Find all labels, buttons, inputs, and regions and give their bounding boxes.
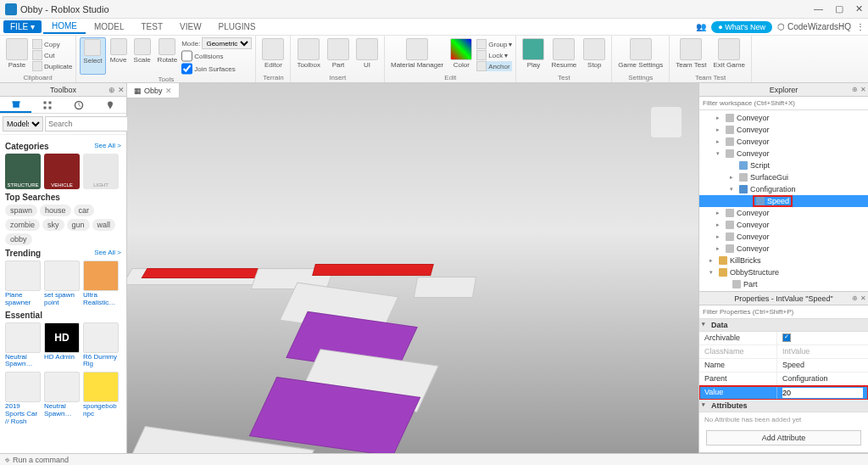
essential-card[interactable]: 2019 Sports Car // Rosh: [5, 372, 41, 425]
add-attribute-button[interactable]: Add Attribute: [706, 430, 861, 445]
toolbox-close[interactable]: ⊕ ✕: [108, 86, 125, 94]
prop-value[interactable]: Value: [699, 386, 868, 400]
terrain-editor[interactable]: Editor: [259, 37, 287, 73]
category-vehicle[interactable]: VEHICLE: [44, 154, 80, 189]
paste-button[interactable]: Paste: [3, 37, 31, 73]
tree-item-surfacegui[interactable]: ▸SurfaceGui: [699, 171, 868, 183]
tree-item[interactable]: ▸Conveyor: [699, 207, 868, 219]
ui-button[interactable]: UI: [353, 37, 381, 73]
stop-button[interactable]: Stop: [581, 37, 608, 73]
value-input[interactable]: [782, 388, 863, 398]
tree-item[interactable]: ▸Conveyor: [699, 219, 868, 231]
toolbox-tab-inventory[interactable]: [31, 97, 63, 113]
lock-button[interactable]: Lock ▾: [476, 50, 512, 60]
chip-obby[interactable]: obby: [5, 233, 32, 245]
scale-tool[interactable]: Scale: [131, 37, 153, 75]
tab-test[interactable]: TEST: [132, 20, 171, 33]
tab-model[interactable]: MODEL: [86, 20, 133, 33]
checkbox-icon[interactable]: [782, 333, 791, 342]
tree-item[interactable]: ▸Conveyor: [699, 243, 868, 255]
play-button[interactable]: Play: [520, 37, 547, 73]
essential-card[interactable]: Neutral Spawn…: [44, 372, 80, 425]
share-icon[interactable]: ⋮: [856, 22, 865, 31]
chip-car[interactable]: car: [74, 204, 95, 216]
close-button[interactable]: ✕: [855, 3, 863, 14]
viewport[interactable]: ▦Obby✕: [127, 83, 698, 453]
tab-close-icon[interactable]: ✕: [165, 87, 172, 95]
tree-item[interactable]: ▾Conveyor: [699, 148, 868, 160]
trending-seeall[interactable]: See All >: [94, 249, 121, 258]
join-check[interactable]: Join Surfaces: [181, 63, 252, 75]
rotate-tool[interactable]: Rotate: [155, 37, 181, 75]
tab-home[interactable]: HOME: [43, 20, 86, 34]
category-structure[interactable]: STRUCTURE: [5, 154, 41, 189]
file-menu[interactable]: FILE ▾: [3, 20, 42, 33]
tree-item-part[interactable]: Part: [699, 290, 868, 291]
exit-game[interactable]: Exit Game: [711, 37, 748, 73]
prop-section-attributes[interactable]: Attributes: [699, 400, 868, 412]
cut-button[interactable]: Cut: [32, 50, 72, 60]
tree-item-script[interactable]: Script: [699, 160, 868, 171]
material-manager[interactable]: Material Manager: [388, 37, 446, 73]
toolbox-category-select[interactable]: Models: [3, 116, 43, 132]
prop-name[interactable]: NameSpeed: [699, 359, 868, 373]
tree-item[interactable]: ▸Conveyor: [699, 136, 868, 148]
tree-item-speed[interactable]: Speed: [699, 195, 868, 207]
essential-card[interactable]: Neutral Spawn…: [5, 322, 41, 369]
tree-item[interactable]: ▸Conveyor: [699, 231, 868, 243]
group-button[interactable]: Group ▾: [476, 39, 512, 49]
properties-close[interactable]: ✕: [860, 294, 866, 302]
tree-item-killbricks[interactable]: ▸KillBricks: [699, 255, 868, 266]
explorer-close[interactable]: ✕: [860, 86, 866, 93]
chip-zombie[interactable]: zombie: [5, 219, 40, 231]
prop-section-data[interactable]: Data: [699, 319, 868, 332]
tab-view[interactable]: VIEW: [171, 20, 210, 33]
axis-gizmo[interactable]: [651, 107, 682, 137]
game-settings[interactable]: Game Settings: [615, 37, 665, 73]
duplicate-button[interactable]: Duplicate: [32, 61, 72, 71]
chip-sky[interactable]: sky: [42, 219, 64, 231]
prop-archivable[interactable]: Archivable: [699, 332, 868, 345]
toolbox-tab-marketplace[interactable]: [0, 97, 31, 113]
essential-card[interactable]: spongebob npc: [83, 372, 119, 425]
anchor-button[interactable]: Anchor: [476, 61, 512, 71]
tree-item[interactable]: ▸Conveyor: [699, 112, 868, 124]
chip-gun[interactable]: gun: [67, 219, 90, 231]
categories-seeall[interactable]: See All >: [94, 142, 121, 151]
essential-card[interactable]: R6 Dummy Rig: [83, 322, 119, 369]
properties-pin[interactable]: ⊕: [852, 294, 858, 302]
resume-button[interactable]: Resume: [548, 37, 579, 73]
user-menu[interactable]: ⬡CodeWizardsHQ: [777, 22, 851, 31]
trending-card[interactable]: set spawn point: [44, 261, 80, 307]
properties-filter[interactable]: [699, 305, 868, 318]
copy-button[interactable]: Copy: [32, 39, 72, 49]
tree-item-part[interactable]: Part: [699, 278, 868, 290]
prop-parent[interactable]: ParentConfiguration: [699, 373, 868, 386]
chip-spawn[interactable]: spawn: [5, 204, 37, 216]
trending-card[interactable]: Plane spawner: [5, 261, 41, 307]
tree-item-config[interactable]: ▾Configuration: [699, 183, 868, 195]
explorer-tree[interactable]: ▸Conveyor ▸Conveyor ▸Conveyor ▾Conveyor …: [699, 110, 868, 291]
toolbox-button[interactable]: Toolbox: [294, 37, 323, 73]
essential-card[interactable]: HDHD Admin: [44, 322, 80, 369]
whats-new-button[interactable]: ● What's New: [711, 21, 772, 33]
explorer-filter[interactable]: [699, 97, 868, 109]
tree-item-obbystruct[interactable]: ▾ObbyStructure: [699, 266, 868, 278]
collisions-check[interactable]: Collisions: [181, 50, 252, 62]
select-tool[interactable]: Select: [80, 37, 105, 75]
minimize-button[interactable]: —: [814, 3, 823, 14]
chip-wall[interactable]: wall: [92, 219, 116, 231]
move-tool[interactable]: Move: [108, 37, 130, 75]
category-light[interactable]: LIGHT: [83, 154, 119, 189]
trending-card[interactable]: Ultra Realistic…: [83, 261, 119, 307]
tab-plugins[interactable]: PLUGINS: [210, 20, 264, 33]
part-button[interactable]: Part: [325, 37, 352, 73]
team-test[interactable]: Team Test: [673, 37, 709, 73]
maximize-button[interactable]: ▢: [835, 3, 843, 14]
status-bar[interactable]: Run a command: [0, 453, 868, 465]
collab-icon[interactable]: 👥: [696, 22, 706, 31]
tree-item[interactable]: ▸Conveyor: [699, 124, 868, 136]
explorer-pin[interactable]: ⊕: [852, 86, 858, 93]
toolbox-tab-creations[interactable]: [95, 97, 126, 113]
scene-tab[interactable]: ▦Obby✕: [127, 83, 180, 98]
